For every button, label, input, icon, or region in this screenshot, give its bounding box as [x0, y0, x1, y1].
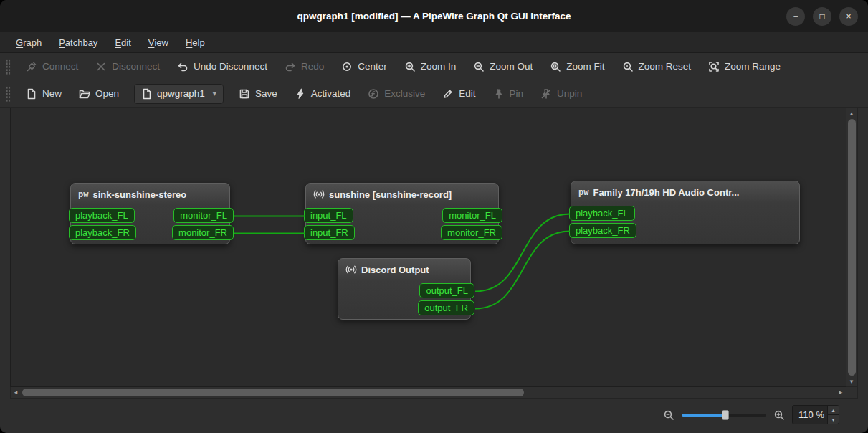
node-sunshine[interactable]: sunshine [sunshine-record]input_FLinput_… [305, 183, 499, 244]
unpin-button[interactable]: Unpin [533, 83, 590, 105]
record-icon [313, 189, 325, 200]
save-button[interactable]: Save [231, 83, 285, 105]
port-monitor_FR[interactable]: monitor_FR [172, 225, 234, 240]
minimize-icon: − [793, 12, 798, 21]
patchbay-combo[interactable]: qpwgraph1▾ [134, 84, 224, 104]
port-input_FR[interactable]: input_FR [304, 225, 355, 240]
port-monitor_FL[interactable]: monitor_FL [173, 208, 234, 223]
maximize-icon: □ [819, 12, 824, 21]
zoom-out-button[interactable]: Zoom Out [465, 56, 540, 77]
record-icon [345, 264, 357, 275]
zoom-in-icon [773, 409, 785, 421]
pin-icon [493, 88, 505, 100]
toolbar-button-label: Save [255, 88, 277, 99]
scroll-right-button[interactable]: ▸ [836, 387, 846, 397]
zoom-range-icon [708, 61, 720, 72]
toolbar-button-label: Center [358, 61, 387, 72]
port-playback_FR[interactable]: playback_FR [569, 223, 636, 238]
exclusive-button[interactable]: Exclusive [360, 83, 433, 105]
port-playback_FL[interactable]: playback_FL [69, 208, 135, 223]
toolbar-button-label: Pin [510, 88, 524, 99]
zoom-slider-handle[interactable] [722, 410, 729, 420]
close-icon: × [846, 12, 851, 21]
horizontal-scrollbar-thumb[interactable] [22, 389, 524, 396]
exclusive-icon [368, 88, 379, 100]
open-button[interactable]: Open [71, 83, 127, 105]
port-output_FL[interactable]: output_FL [419, 283, 474, 298]
disconnect-button[interactable]: Disconnect [87, 56, 168, 77]
scrollbar-corner [846, 387, 858, 399]
menu-graph[interactable]: Graph [7, 32, 50, 52]
zoom-range-button[interactable]: Zoom Range [700, 56, 788, 77]
zoom-out-icon [663, 409, 674, 421]
menu-help[interactable]: Help [177, 32, 214, 52]
maximize-button[interactable]: □ [813, 7, 831, 26]
pipewire-icon: pw [78, 189, 88, 200]
canvas-row: pwsink-sunshine-stereoplayback_FLplaybac… [10, 108, 858, 387]
chevron-down-icon: ▾ [213, 90, 216, 97]
toolbar-button-label: Unpin [557, 88, 582, 99]
toolbar-button-label: Exclusive [384, 88, 425, 99]
vertical-scrollbar-thumb[interactable] [848, 119, 856, 376]
zoom-fit-button[interactable]: Zoom Fit [542, 56, 612, 77]
center-button[interactable]: Center [333, 56, 395, 77]
titlebar: qpwgraph1 [modified] — A PipeWire Graph … [0, 0, 868, 32]
toolbar-drag-handle[interactable] [6, 59, 11, 75]
menu-patchbay[interactable]: Patchbay [50, 32, 106, 52]
zoom-slider-fill [682, 414, 725, 417]
scroll-up-button[interactable]: ▴ [846, 108, 857, 118]
node-title: sink-sunshine-stereo [92, 189, 186, 200]
zoom-in-icon [404, 61, 416, 72]
spin-down-button[interactable]: ▾ [828, 415, 839, 424]
spin-up-button[interactable]: ▴ [828, 406, 839, 415]
cables-layer [11, 108, 846, 387]
disconnect-icon [95, 61, 107, 72]
minimize-button[interactable]: − [786, 7, 805, 26]
activated-button[interactable]: Activated [287, 83, 359, 105]
zoom-in-button[interactable]: Zoom In [396, 56, 464, 77]
pin-button[interactable]: Pin [485, 83, 532, 105]
zoom-value[interactable]: 110 % [793, 406, 827, 424]
redo-button[interactable]: Redo [277, 56, 332, 77]
connect-button[interactable]: Connect [18, 56, 86, 77]
port-playback_FL[interactable]: playback_FL [569, 206, 635, 221]
port-playback_FR[interactable]: playback_FR [69, 225, 136, 240]
scroll-left-button[interactable]: ◂ [11, 387, 21, 397]
node-header: pwsink-sunshine-stereo [71, 184, 229, 200]
zoom-spinbox[interactable]: 110 % ▴ ▾ [792, 405, 839, 424]
close-button[interactable]: × [839, 7, 858, 26]
save-icon [239, 88, 250, 100]
port-output_FR[interactable]: output_FR [418, 300, 474, 315]
node-sink-sunshine-stereo[interactable]: pwsink-sunshine-stereoplayback_FLplaybac… [70, 183, 230, 244]
main-area: pwsink-sunshine-stereoplayback_FLplaybac… [0, 108, 868, 399]
window-title: qpwgraph1 [modified] — A PipeWire Graph … [297, 11, 571, 22]
horizontal-scrollbar-row: ◂ ▸ [10, 387, 858, 399]
vertical-scrollbar[interactable]: ▴ ▾ [846, 108, 858, 387]
document-icon [141, 88, 153, 100]
toolbar-button-label: Disconnect [112, 61, 160, 72]
statusbar: 110 % ▴ ▾ [0, 399, 868, 433]
new-button[interactable]: New [18, 83, 70, 105]
port-input_FL[interactable]: input_FL [304, 208, 353, 223]
graph-canvas[interactable]: pwsink-sunshine-stereoplayback_FLplaybac… [10, 108, 846, 387]
toolbar-drag-handle[interactable] [6, 86, 11, 102]
activated-icon [295, 88, 306, 100]
node-discord-output[interactable]: Discord Outputoutput_FLoutput_FR [338, 258, 471, 320]
zoom-slider[interactable] [682, 409, 766, 421]
menu-view[interactable]: View [140, 32, 177, 52]
connect-icon [26, 61, 37, 72]
port-monitor_FR[interactable]: monitor_FR [441, 225, 502, 240]
edit-button[interactable]: Edit [434, 83, 483, 105]
node-family-audio[interactable]: pwFamily 17h/19h HD Audio Contr...playba… [571, 181, 800, 244]
scroll-down-button[interactable]: ▾ [846, 376, 857, 386]
toolbar-button-label: Redo [301, 61, 324, 72]
undo-disconnect-button[interactable]: Undo Disconnect [169, 56, 275, 77]
port-monitor_FL[interactable]: monitor_FL [442, 208, 502, 223]
toolbar-button-label: Zoom Out [490, 61, 533, 72]
horizontal-scrollbar[interactable]: ◂ ▸ [10, 387, 846, 399]
graph-toolbar: ConnectDisconnectUndo DisconnectRedoCent… [0, 53, 868, 80]
zoom-reset-button[interactable]: Zoom Reset [614, 56, 700, 77]
toolbar-button-label: Edit [459, 88, 475, 99]
menu-edit[interactable]: Edit [106, 32, 139, 52]
menubar: GraphPatchbayEditViewHelp [0, 32, 868, 53]
